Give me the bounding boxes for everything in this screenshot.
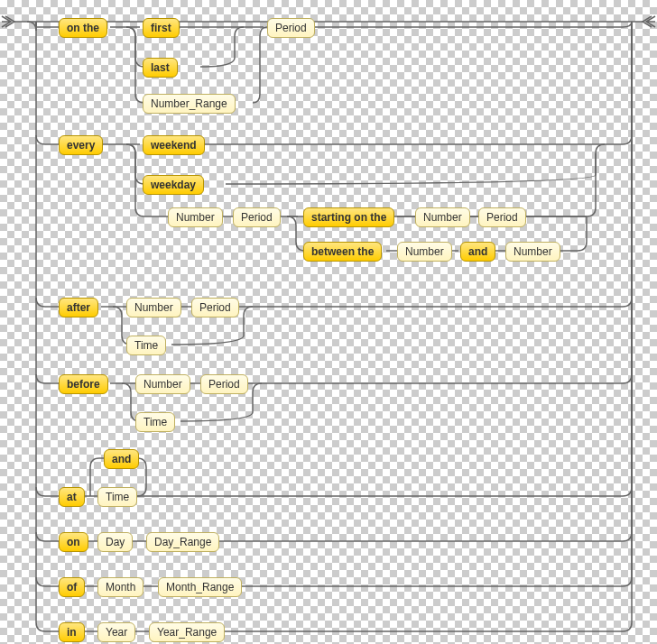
token-between-the: between the: [303, 242, 382, 262]
rule-day-range: Day_Range: [146, 532, 219, 552]
rule-number-2: Number: [415, 207, 470, 227]
rule-period-4: Period: [191, 298, 239, 317]
rule-year-range: Year_Range: [149, 622, 225, 642]
rule-number-3: Number: [397, 242, 452, 262]
token-after: after: [59, 298, 98, 317]
token-before: before: [59, 374, 108, 394]
rule-time-2: Time: [135, 412, 175, 432]
rule-period-1: Period: [267, 18, 315, 38]
token-weekday: weekday: [143, 175, 204, 195]
rule-year: Year: [97, 622, 135, 642]
token-on-the: on the: [59, 18, 107, 38]
token-and-1: and: [460, 242, 495, 262]
rule-month: Month: [97, 577, 143, 597]
rule-period-3: Period: [478, 207, 526, 227]
rule-day: Day: [97, 532, 133, 552]
rule-month-range: Month_Range: [158, 577, 242, 597]
token-on: on: [59, 532, 88, 552]
token-of: of: [59, 577, 85, 597]
token-and-2: and: [104, 449, 139, 469]
token-every: every: [59, 135, 103, 155]
rule-period-2: Period: [233, 207, 281, 227]
token-last: last: [143, 58, 178, 78]
rule-number-5: Number: [126, 298, 181, 317]
rule-number-1: Number: [168, 207, 223, 227]
token-at: at: [59, 487, 85, 507]
rule-period-5: Period: [200, 374, 248, 394]
token-weekend: weekend: [143, 135, 205, 155]
rule-number-4: Number: [505, 242, 560, 262]
rule-time-3: Time: [97, 487, 137, 507]
rule-number-6: Number: [135, 374, 190, 394]
rule-time-1: Time: [126, 336, 166, 355]
token-in: in: [59, 622, 85, 642]
token-starting-on-the: starting on the: [303, 207, 394, 227]
token-first: first: [143, 18, 180, 38]
rule-number-range: Number_Range: [143, 94, 236, 114]
